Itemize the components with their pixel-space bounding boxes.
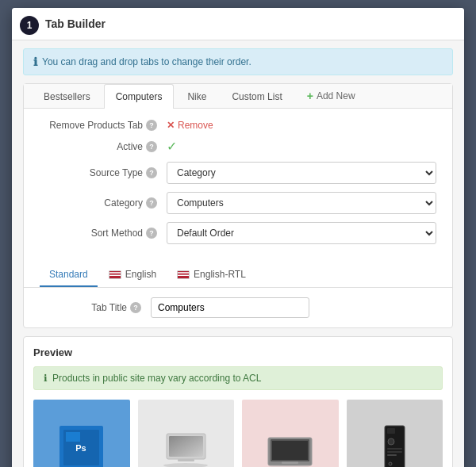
- info-message: You can drag and drop tabs to change the…: [42, 56, 251, 67]
- svg-rect-17: [387, 448, 402, 450]
- product-image-asus: [242, 400, 339, 467]
- active-control: ✓: [167, 139, 436, 154]
- preview-info-icon: ℹ: [44, 373, 48, 384]
- x-icon: ✕: [167, 120, 175, 131]
- svg-rect-7: [169, 436, 203, 457]
- source-type-help-icon[interactable]: ?: [146, 167, 157, 178]
- tab-bestsellers[interactable]: Bestsellers: [32, 84, 102, 109]
- sort-method-select[interactable]: Default Order Price ASC Price DESC Newes…: [167, 222, 436, 244]
- svg-rect-19: [387, 454, 397, 456]
- svg-rect-12: [272, 441, 308, 460]
- form-section: Remove Products Tab ? ✕ Remove Active ? …: [24, 109, 452, 263]
- tab-title-row: Tab Title ?: [40, 297, 436, 318]
- remove-products-label: Remove Products Tab ?: [40, 120, 167, 131]
- svg-rect-3: [66, 432, 80, 442]
- preview-section: Preview ℹ Products in public site may va…: [23, 336, 453, 467]
- tab-nike[interactable]: Nike: [175, 84, 218, 109]
- category-select[interactable]: Computers Electronics Laptops: [167, 192, 436, 214]
- add-new-label: Add New: [317, 90, 355, 101]
- source-type-label: Source Type ?: [40, 167, 167, 178]
- source-type-control[interactable]: Category Manual Automatic: [167, 162, 436, 184]
- tab-title-help-icon[interactable]: ?: [130, 302, 141, 313]
- product-image-macbook: [138, 400, 235, 467]
- main-window: 1 Tab Builder ℹ You can drag and drop ta…: [12, 8, 464, 467]
- remove-products-control: ✕ Remove: [167, 120, 436, 131]
- sort-method-row: Sort Method ? Default Order Price ASC Pr…: [40, 222, 436, 244]
- window-title: Tab Builder: [12, 8, 464, 40]
- preview-title: Preview: [33, 346, 443, 358]
- source-type-select[interactable]: Category Manual Automatic: [167, 162, 436, 184]
- remove-link[interactable]: ✕ Remove: [167, 120, 436, 131]
- plus-icon: +: [307, 90, 313, 102]
- inner-tab-standard[interactable]: Standard: [40, 263, 98, 287]
- sort-method-help-icon[interactable]: ?: [146, 228, 157, 239]
- product-image-photoshop: Ps: [33, 400, 130, 467]
- active-row: Active ? ✓: [40, 139, 436, 154]
- tab-title-input[interactable]: [151, 297, 309, 318]
- tab-custom-list[interactable]: Custom List: [220, 84, 294, 109]
- category-label: Category ?: [40, 197, 167, 209]
- remove-help-icon[interactable]: ?: [146, 120, 157, 131]
- category-help-icon[interactable]: ?: [146, 197, 157, 209]
- inner-tab-english-rtl[interactable]: English-RTL: [167, 263, 255, 287]
- info-bar: ℹ You can drag and drop tabs to change t…: [23, 48, 453, 75]
- svg-text:Ps: Ps: [76, 443, 86, 453]
- svg-rect-15: [387, 428, 395, 434]
- tab-computers[interactable]: Computers: [104, 84, 175, 109]
- product-card-2: Asus N551JK-XO076H Laptop 1500.00: [242, 400, 339, 467]
- inner-tab-english[interactable]: English: [99, 263, 166, 287]
- tab-title-label: Tab Title ?: [40, 302, 151, 313]
- product-card-3: Build your own computer 1200.00: [347, 400, 443, 467]
- products-grid: Ps Adobe Photoshop CS4 75.00: [33, 400, 443, 467]
- svg-point-20: [389, 462, 392, 465]
- add-new-button[interactable]: + Add New: [299, 85, 363, 107]
- remove-products-row: Remove Products Tab ? ✕ Remove: [40, 120, 436, 131]
- step-badge: 1: [20, 16, 39, 35]
- product-card-0: Ps Adobe Photoshop CS4 75.00: [33, 400, 130, 467]
- inner-tabs-bar: Standard English English-RTL: [24, 263, 452, 288]
- tabs-bar: Bestsellers Computers Nike Custom List +…: [24, 84, 452, 109]
- preview-info-bar: ℹ Products in public site may vary accor…: [33, 366, 443, 390]
- category-row: Category ? Computers Electronics Laptops: [40, 192, 436, 214]
- main-content-panel: Bestsellers Computers Nike Custom List +…: [23, 83, 453, 328]
- preview-info-message: Products in public site may vary accordi…: [52, 373, 261, 384]
- product-card-1: Apple MacBook Pro 13-inch 1440.00: [138, 400, 235, 467]
- svg-point-4: [163, 463, 208, 467]
- sort-method-control[interactable]: Default Order Price ASC Price DESC Newes…: [167, 222, 436, 244]
- flag-rtl-icon: [177, 270, 190, 279]
- svg-point-16: [388, 438, 394, 445]
- category-control[interactable]: Computers Electronics Laptops: [167, 192, 436, 214]
- flag-english-icon: [109, 270, 121, 279]
- svg-rect-8: [178, 459, 194, 461]
- product-image-computer: [347, 400, 443, 467]
- source-type-row: Source Type ? Category Manual Automatic: [40, 162, 436, 184]
- info-icon: ℹ: [33, 56, 37, 68]
- sort-method-label: Sort Method ?: [40, 228, 167, 239]
- active-checkmark: ✓: [167, 140, 177, 153]
- active-label: Active ?: [40, 141, 167, 152]
- svg-rect-13: [282, 461, 298, 464]
- svg-rect-18: [387, 451, 402, 453]
- active-help-icon[interactable]: ?: [146, 141, 157, 152]
